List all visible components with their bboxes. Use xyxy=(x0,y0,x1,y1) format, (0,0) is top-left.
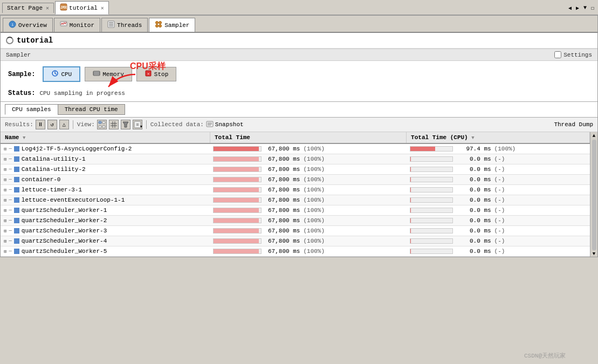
cell-total-time: 67,800 ms (100%) xyxy=(210,216,406,226)
total-time-bar-wrap xyxy=(213,208,262,213)
settings-label: Settings xyxy=(563,52,592,58)
total-pct-val: (100%) xyxy=(303,156,326,162)
table-row[interactable]: ⊞ — container-0 67,800 ms (100%) xyxy=(1,175,590,185)
expand-icon[interactable]: ⊞ xyxy=(4,249,6,255)
data-table: Name ▼ Total Time Total Time (CPU) ▼ ⊞ —… xyxy=(1,132,590,257)
sub-tab-cpu-samples[interactable]: CPU samples xyxy=(5,104,58,115)
pause-icon[interactable]: ⏸ xyxy=(36,120,45,129)
cell-name: ⊞ — Catalina-utility-1 xyxy=(1,154,210,164)
settings2-icon[interactable]: ≡ ▼ xyxy=(133,120,142,129)
cpu-time-val: 0.0 ms xyxy=(456,187,491,193)
tab-tutorial[interactable]: JMX tutorial ✕ xyxy=(55,1,109,15)
sep1 xyxy=(73,120,73,129)
cpu-bar xyxy=(410,157,411,161)
delta-icon[interactable]: △ xyxy=(59,120,69,129)
title-bar: tutorial xyxy=(1,33,597,49)
cpu-bar-wrap xyxy=(410,177,453,182)
table-row[interactable]: ⊞ — quartzScheduler_Worker-2 67,800 ms (… xyxy=(1,216,590,226)
settings-checkbox[interactable] xyxy=(554,51,561,58)
filter-icon[interactable] xyxy=(121,120,130,129)
table-row[interactable]: ⊞ — lettuce-eventExecutorLoop-1-1 67,800… xyxy=(1,195,590,205)
table-row[interactable]: ⊞ — Catalina-utility-1 67,800 ms (100%) xyxy=(1,154,590,164)
dash-icon: — xyxy=(9,156,11,162)
tab-navigation: ◀ ▶ ▼ ☐ xyxy=(567,4,596,12)
tab-nav-restore[interactable]: ☐ xyxy=(589,4,596,12)
scroll-thumb[interactable] xyxy=(592,140,596,250)
svg-text:≡: ≡ xyxy=(136,122,139,128)
cpu-time-val: 0.0 ms xyxy=(456,207,491,214)
total-time-val: 67,800 ms xyxy=(265,176,300,183)
expand-icon[interactable]: ⊞ xyxy=(4,167,6,173)
tab-tutorial-close[interactable]: ✕ xyxy=(101,5,104,11)
cell-total-time: 67,800 ms (100%) xyxy=(210,246,406,257)
table-row[interactable]: ⊞ — quartzScheduler_Worker-1 67,800 ms (… xyxy=(1,205,590,216)
total-time-val: 67,800 ms xyxy=(265,238,300,244)
table-row[interactable]: ⊞ — quartzScheduler_Worker-3 67,800 ms (… xyxy=(1,226,590,236)
expand-icon[interactable]: ⊞ xyxy=(4,208,6,214)
svg-marker-31 xyxy=(123,122,128,127)
svg-point-12 xyxy=(159,25,162,28)
sub-tab-thread-cpu[interactable]: Thread CPU time xyxy=(58,104,125,115)
thread-name: quartzScheduler_Worker-3 xyxy=(22,228,107,234)
table-row[interactable]: ⊞ — Log4j2-TF-5-AsyncLoggerConfig-2 67,8… xyxy=(1,143,590,154)
sub-tab-cpu-samples-label: CPU samples xyxy=(12,106,51,113)
expand-icon[interactable]: ⊞ xyxy=(4,228,6,234)
table-row[interactable]: ⊞ — Catalina-utility-2 67,800 ms (100%) xyxy=(1,164,590,175)
tab-overview[interactable]: i Overview xyxy=(3,18,53,32)
col-total-time: Total Time xyxy=(210,132,406,143)
total-time-val: 67,800 ms xyxy=(265,197,300,203)
total-pct-val: (100%) xyxy=(303,238,326,244)
total-time-bar-wrap xyxy=(213,249,262,254)
expand-icon[interactable]: ⊞ xyxy=(4,197,6,203)
col-cpu-time: Total Time (CPU) ▼ xyxy=(407,132,590,143)
tab-nav-menu[interactable]: ▼ xyxy=(582,4,588,12)
sampler-section-label: Sampler xyxy=(6,52,31,58)
table-row[interactable]: ⊞ — quartzScheduler_Worker-5 67,800 ms (… xyxy=(1,246,590,257)
cpu-pct-val: (-) xyxy=(494,248,517,255)
cpu-button[interactable]: CPU xyxy=(43,66,80,82)
toolbar: Results: ⏸ ↺ △ View: ≡ ▼ Collected data: xyxy=(1,118,597,132)
cell-cpu-time: 0.0 ms (-) xyxy=(407,236,590,246)
thread-color xyxy=(14,228,19,233)
expand-icon[interactable]: ⊞ xyxy=(4,156,6,162)
scroll-up[interactable]: ▲ xyxy=(593,133,595,139)
sep2 xyxy=(146,120,147,129)
tree-view-icon[interactable] xyxy=(97,120,107,129)
cpu-time-val: 0.0 ms xyxy=(456,176,491,183)
expand-icon[interactable]: ⊞ xyxy=(4,187,6,193)
dash-icon: — xyxy=(9,197,11,203)
scroll-down[interactable]: ▼ xyxy=(593,251,595,257)
cpu-pct-val: (-) xyxy=(494,176,517,183)
tab-start-page[interactable]: Start Page ✕ xyxy=(2,3,54,13)
refresh-icon[interactable]: ↺ xyxy=(47,120,57,129)
svg-rect-23 xyxy=(99,121,101,123)
tab-monitor[interactable]: Monitor xyxy=(54,18,100,32)
cpu-button-label: CPU xyxy=(61,71,72,78)
grid-view-icon[interactable] xyxy=(109,120,119,129)
tab-nav-prev[interactable]: ◀ xyxy=(567,4,573,12)
cpu-pct-val: (-) xyxy=(494,197,517,203)
total-time-bar xyxy=(214,157,259,161)
tab-nav-next[interactable]: ▶ xyxy=(574,4,581,12)
table-row[interactable]: ⊞ — lettuce-timer-3-1 67,800 ms (100%) xyxy=(1,185,590,195)
tab-sampler[interactable]: Sampler xyxy=(149,18,195,32)
expand-icon[interactable]: ⊞ xyxy=(4,218,6,224)
snapshot-button[interactable]: Snapshot xyxy=(206,120,244,129)
cell-total-time: 67,800 ms (100%) xyxy=(210,143,406,154)
thread-name: container-0 xyxy=(22,176,61,183)
tab-threads[interactable]: Threads xyxy=(101,18,148,32)
cell-name: ⊞ — quartzScheduler_Worker-5 xyxy=(1,246,210,257)
thread-color xyxy=(14,167,19,172)
expand-icon[interactable]: ⊞ xyxy=(4,177,6,183)
expand-icon[interactable]: ⊞ xyxy=(4,238,6,244)
cpu-bar-wrap xyxy=(410,156,453,162)
total-time-bar-wrap xyxy=(213,228,262,233)
scrollbar[interactable]: ▲ ▼ xyxy=(590,132,597,257)
tab-start-page-close[interactable]: ✕ xyxy=(46,5,49,11)
total-time-val: 67,800 ms xyxy=(265,228,300,234)
table-row[interactable]: ⊞ — quartzScheduler_Worker-4 67,800 ms (… xyxy=(1,236,590,246)
thread-color xyxy=(14,197,19,203)
expand-icon[interactable]: ⊞ xyxy=(4,146,6,152)
cell-cpu-time: 0.0 ms (-) xyxy=(407,216,590,226)
thread-dump-button[interactable]: Thread Dump xyxy=(554,121,593,128)
